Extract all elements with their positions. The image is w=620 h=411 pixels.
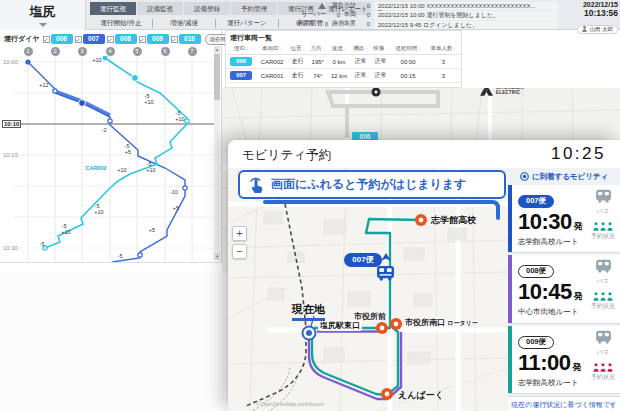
vehicle-marker-car001[interactable] <box>79 100 86 107</box>
touch-to-reserve-banner[interactable]: 画面にふれると予約がはじまります <box>238 170 506 199</box>
ride-card-009便[interactable]: 009便11:00発志学館高校ルート バス 予約状況 <box>508 326 620 394</box>
current-location-label: 現在地 <box>292 302 325 321</box>
sort-icon[interactable]: ↕ <box>322 46 326 51</box>
checkbox-icon[interactable]: ✓ <box>43 36 50 43</box>
kiosk-header: モビリティ予約 10:25 <box>228 140 620 168</box>
status-value: 0 <box>360 12 370 18</box>
zoom-in-button[interactable]: + <box>232 226 247 241</box>
vehicle-list-title: 運行車両一覧 <box>226 31 461 44</box>
reservation-people-icons <box>590 291 616 302</box>
column-header[interactable]: 位置 ↕ <box>288 44 308 55</box>
console-header: 塩尻 運行監視設備監視設備登録予約管理運行計画運行レポート ⚙ 運行開始/停止増… <box>0 0 620 30</box>
scroll-down-arrow[interactable]: ▼ <box>214 253 220 260</box>
diagram-stop-7[interactable]: 7 <box>188 47 197 56</box>
trip-badge[interactable]: 007 <box>230 71 252 80</box>
vehicle-badge[interactable]: 009 <box>147 34 169 44</box>
sort-icon[interactable]: ↕ <box>453 46 457 51</box>
checkbox-icon[interactable]: ✓ <box>171 36 178 43</box>
sort-icon[interactable]: ↕ <box>417 46 421 51</box>
vehicle-badge[interactable]: 010 <box>179 34 201 44</box>
bus-icon <box>595 259 612 273</box>
vehicle-filters: ✓006✓007✓008✓009✓010 <box>43 34 203 44</box>
current-location-dot <box>306 330 312 336</box>
column-header[interactable]: 速度 ↕ <box>328 44 351 55</box>
column-header[interactable]: 機器 ↕ <box>350 44 370 55</box>
table-cell: 74° <box>308 69 328 83</box>
diagram-stop-2[interactable]: 2 <box>51 47 60 56</box>
trip-cell: 007 <box>226 69 256 83</box>
checkbox-icon[interactable]: ✓ <box>75 36 82 43</box>
column-header[interactable]: 車両ID ↕ <box>256 44 287 55</box>
bus-icon <box>595 330 612 344</box>
bus-icon <box>595 189 612 203</box>
sort-icon[interactable]: ↕ <box>364 46 368 51</box>
vehicle-filter-009[interactable]: ✓009 <box>139 34 169 44</box>
region-selector[interactable]: 塩尻 <box>0 0 86 30</box>
ride-card-007便[interactable]: 007便10:30発志学館高校ルート バス 予約状況 <box>508 185 620 253</box>
column-header[interactable]: 方向 ↕ <box>308 44 328 55</box>
tab-設備監視[interactable]: 設備監視 <box>137 2 183 15</box>
reservation-map[interactable]: 志学館高校 市役所前 市役所南口 ロータリー えんぱーく 塩尻駅東口 現在地 0… <box>228 168 508 411</box>
person-icon <box>593 221 599 232</box>
map-label-school: 志学館高校 <box>431 214 476 227</box>
vehicle-badge[interactable]: 008 <box>115 34 137 44</box>
three-diamond-icon <box>480 88 493 96</box>
vehicle-badge[interactable]: 007 <box>83 34 105 44</box>
table-row[interactable]: 007CAR001走行74°12 km正常正常00:153 <box>226 69 461 83</box>
table-cell: 正常 <box>350 55 370 69</box>
column-header[interactable]: 乗車人数 ↕ <box>426 44 461 55</box>
trip-line-006[interactable] <box>45 58 187 248</box>
diagram-stop-6[interactable]: 6 <box>161 47 170 56</box>
vehicle-filter-010[interactable]: ✓010 <box>171 34 201 44</box>
logo-line2: ELECTRIC <box>496 90 524 95</box>
scrollbar-thumb[interactable] <box>214 54 220 100</box>
diagram-title: 運行ダイヤ <box>4 34 40 44</box>
sort-icon[interactable]: ↕ <box>245 46 249 51</box>
scroll-up-arrow[interactable]: ▲ <box>214 46 220 53</box>
diagram-scrollbar[interactable]: ▲ ▼ <box>214 46 220 260</box>
status-row: サーバー0車両0 <box>252 10 370 19</box>
arrivals-header: に到着するモビリティ <box>508 168 620 185</box>
tab-設備登録[interactable]: 設備登録 <box>184 2 230 15</box>
kiosk-clock: 10:25 <box>551 144 606 164</box>
diagram-stop-3[interactable]: 3 <box>78 47 87 56</box>
bus-label: バス <box>590 348 616 357</box>
sort-icon[interactable]: ↕ <box>343 46 347 51</box>
depart-suffix: 発 <box>574 220 583 233</box>
vehicle-marker-car002[interactable] <box>132 75 139 82</box>
diagram-stop-1[interactable]: 1 <box>24 47 33 56</box>
user-menu[interactable]: 山田 太郎 <box>577 25 618 34</box>
map-label-cityhall-south: 市役所南口 ロータリー <box>405 317 478 328</box>
sort-icon[interactable]: ↕ <box>279 46 283 51</box>
bus-label: バス <box>590 277 616 286</box>
vehicle-filter-007[interactable]: ✓007 <box>75 34 105 44</box>
location-dot-icon <box>520 172 529 181</box>
table-cell: 正常 <box>350 69 370 83</box>
subtab-増便/減便[interactable]: 増便/減便 <box>153 19 215 28</box>
table-cell: 正常 <box>370 69 390 83</box>
vehicle-badge[interactable]: 006 <box>51 34 73 44</box>
diagram-stop-4[interactable]: 4 <box>106 47 115 56</box>
bus-label: バス <box>590 207 616 216</box>
table-cell: 走行 <box>288 69 308 83</box>
route-accent-bar <box>508 255 512 322</box>
trip-line-007[interactable] <box>28 62 185 262</box>
ride-card-008便[interactable]: 008便10:45発中心市街地ルート バス 予約状況 <box>508 255 620 323</box>
status-label: 予約状況 <box>590 373 616 382</box>
bus-position-marker[interactable] <box>376 247 395 285</box>
zoom-out-button[interactable]: − <box>232 244 247 259</box>
sort-icon[interactable]: ↕ <box>384 46 388 51</box>
vehicle-filter-008[interactable]: ✓008 <box>107 34 137 44</box>
column-header[interactable]: 遅延時間 ↕ <box>390 44 425 55</box>
checkbox-icon[interactable]: ✓ <box>107 36 114 43</box>
column-header[interactable]: 便ID ↕ <box>226 44 256 55</box>
table-row[interactable]: 006CAR002走行195°0 km正常正常00:003 <box>226 55 461 69</box>
subtab-運行開始/停止[interactable]: 運行開始/停止 <box>90 19 152 28</box>
checkbox-icon[interactable]: ✓ <box>139 36 146 43</box>
vehicle-filter-006[interactable]: ✓006 <box>43 34 73 44</box>
tab-運行監視[interactable]: 運行監視 <box>90 2 136 15</box>
trip-badge[interactable]: 006 <box>230 57 252 66</box>
sort-icon[interactable]: ↕ <box>301 46 305 51</box>
diagram-stop-5[interactable]: 5 <box>133 47 142 56</box>
column-header[interactable]: 映像 ↕ <box>370 44 390 55</box>
